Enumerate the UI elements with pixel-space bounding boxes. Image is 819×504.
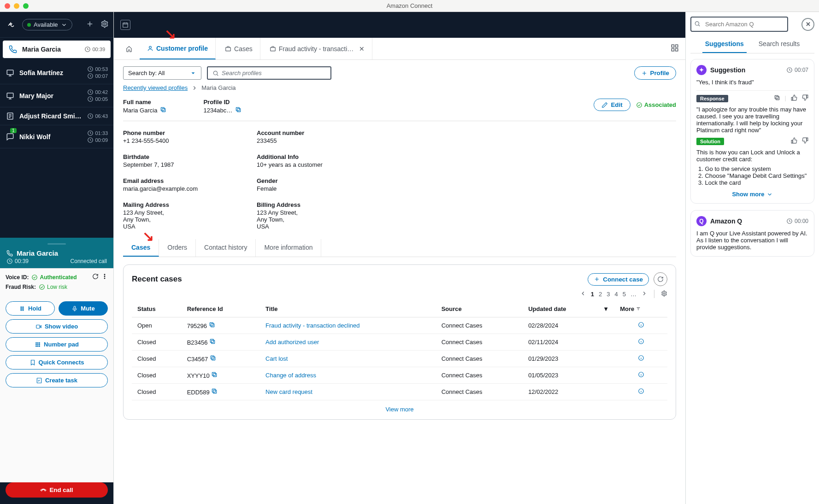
mic-icon — [71, 305, 78, 312]
info-icon[interactable] — [638, 388, 644, 396]
page-prev[interactable] — [580, 290, 586, 298]
q-tab-search-results[interactable]: Search results — [756, 35, 802, 53]
subtab-more-info[interactable]: More information — [256, 239, 321, 257]
svg-rect-56 — [213, 374, 217, 377]
info-icon[interactable] — [638, 338, 644, 346]
page-2[interactable]: 2 — [599, 291, 602, 298]
page-1[interactable]: 1 — [591, 291, 594, 298]
table-row[interactable]: Closed XYYY10 Change of address Connect … — [132, 367, 667, 384]
svg-rect-20 — [74, 306, 76, 309]
agent-status-dropdown[interactable]: Available — [22, 19, 72, 30]
copy-icon[interactable] — [210, 356, 216, 363]
contact-item[interactable]: Sofía Martínez 00:5300:07 — [0, 61, 113, 84]
amazon-q-search-input[interactable] — [690, 17, 788, 32]
col-title[interactable]: Title — [260, 301, 436, 317]
window-minimize[interactable] — [14, 3, 19, 9]
tab-fraud-activity[interactable]: Fraud activity - transacti…✕ — [262, 38, 373, 59]
case-title-link[interactable]: Fraud activity - transaction declined — [265, 322, 359, 329]
settings-icon[interactable] — [100, 20, 109, 29]
contact-item[interactable]: Adjust Ricard Smith's p… 06:43 — [0, 107, 113, 125]
col-more[interactable]: More — [614, 301, 667, 317]
subtab-orders[interactable]: Orders — [159, 239, 196, 257]
table-row[interactable]: Open 795296 Fraud activity - transaction… — [132, 317, 667, 334]
create-task-button[interactable]: Create task — [6, 373, 108, 387]
case-title-link[interactable]: Add authorized user — [265, 339, 319, 346]
thumbs-up-icon[interactable] — [791, 137, 797, 145]
end-call-button[interactable]: End call — [6, 482, 108, 498]
copy-icon[interactable] — [209, 322, 215, 329]
table-row[interactable]: Closed B23456 Add authorized user Connec… — [132, 334, 667, 351]
edit-profile-button[interactable]: Edit — [594, 99, 630, 111]
new-profile-button[interactable]: Profile — [634, 66, 676, 80]
tab-cases[interactable]: Cases — [218, 38, 260, 59]
svg-point-14 — [104, 274, 105, 275]
screen-icon — [6, 92, 15, 100]
col-updated[interactable]: Updated date ▼ — [523, 301, 614, 317]
svg-rect-38 — [672, 49, 674, 51]
connect-case-button[interactable]: Connect case — [588, 273, 649, 286]
mute-button[interactable]: Mute — [59, 301, 108, 316]
hold-button[interactable]: Hold — [6, 301, 55, 316]
page-next[interactable] — [641, 290, 648, 298]
copy-icon[interactable] — [211, 372, 218, 379]
page-5[interactable]: 5 — [623, 291, 626, 298]
refresh-button[interactable] — [654, 272, 667, 286]
number-pad-button[interactable]: Number pad — [6, 337, 108, 352]
col-status[interactable]: Status — [132, 301, 182, 317]
contact-item[interactable]: Mary Major 00:4200:05 — [0, 84, 113, 107]
copy-icon[interactable] — [209, 339, 216, 346]
col-reference[interactable]: Reference Id — [182, 301, 260, 317]
view-more-link[interactable]: View more — [132, 400, 667, 415]
page-more[interactable]: … — [630, 291, 636, 298]
pagination: 1 2 3 4 5 … — [132, 290, 667, 298]
search-by-dropdown[interactable]: Search by: All — [123, 66, 201, 80]
close-panel-button[interactable]: ✕ — [801, 18, 814, 31]
copy-icon[interactable] — [211, 389, 218, 396]
page-4[interactable]: 4 — [615, 291, 618, 298]
show-video-button[interactable]: Show video — [6, 319, 108, 334]
table-row[interactable]: Closed C34567 Cart lost Connect Cases 01… — [132, 351, 667, 367]
contact-item[interactable]: Maria Garcia 00:39 — [3, 41, 111, 59]
search-profiles-input[interactable]: Search profiles — [207, 66, 331, 80]
thumbs-down-icon[interactable] — [802, 94, 808, 102]
tab-home[interactable] — [120, 38, 138, 59]
case-title-link[interactable]: Change of address — [265, 372, 316, 379]
case-title-link[interactable]: New card request — [265, 388, 312, 395]
q-tab-suggestions[interactable]: Suggestions — [702, 35, 747, 53]
breadcrumb-link[interactable]: Recently viewed profiles — [123, 84, 188, 91]
drag-handle[interactable] — [47, 243, 66, 245]
table-row[interactable]: Closed EDD589 New card request Connect C… — [132, 384, 667, 400]
quick-connects-button[interactable]: Quick Connects — [6, 355, 108, 369]
tab-customer-profile[interactable]: Customer profile — [140, 38, 216, 59]
svg-rect-39 — [676, 49, 678, 51]
widgets-icon[interactable] — [671, 44, 679, 53]
info-icon[interactable] — [638, 355, 644, 363]
table-settings-icon[interactable] — [661, 290, 667, 298]
window-close[interactable] — [5, 3, 10, 9]
svg-point-30 — [39, 346, 40, 346]
info-icon[interactable] — [638, 322, 644, 329]
col-source[interactable]: Source — [436, 301, 523, 317]
voice-id-status: Authenticated — [31, 274, 77, 281]
thumbs-down-icon[interactable] — [802, 137, 808, 145]
page-3[interactable]: 3 — [607, 291, 610, 298]
add-icon[interactable] — [86, 20, 94, 29]
info-icon[interactable] — [638, 371, 644, 379]
case-title-link[interactable]: Cart lost — [265, 355, 288, 362]
call-info-section: Voice ID: Authenticated Fraud Risk: Low … — [0, 268, 113, 298]
subtab-cases[interactable]: Cases — [123, 239, 159, 257]
tab-close-icon[interactable]: ✕ — [359, 45, 365, 53]
subtab-contact-history[interactable]: Contact history — [196, 239, 256, 257]
copy-icon[interactable] — [235, 106, 242, 114]
calendar-icon[interactable] — [120, 20, 130, 30]
refresh-icon[interactable] — [92, 273, 99, 281]
thumbs-up-icon[interactable] — [791, 94, 797, 102]
more-menu-icon[interactable] — [101, 273, 108, 281]
search-icon — [212, 70, 219, 76]
show-more-link[interactable]: Show more — [696, 191, 808, 198]
window-zoom[interactable] — [23, 3, 29, 9]
contact-item[interactable]: 1 Nikki Wolf 01:3300:09 — [0, 125, 113, 148]
copy-icon[interactable] — [774, 94, 780, 102]
copy-icon[interactable] — [160, 106, 166, 114]
active-call-panel: Maria Garcia 00:39 Connected call — [0, 238, 113, 268]
